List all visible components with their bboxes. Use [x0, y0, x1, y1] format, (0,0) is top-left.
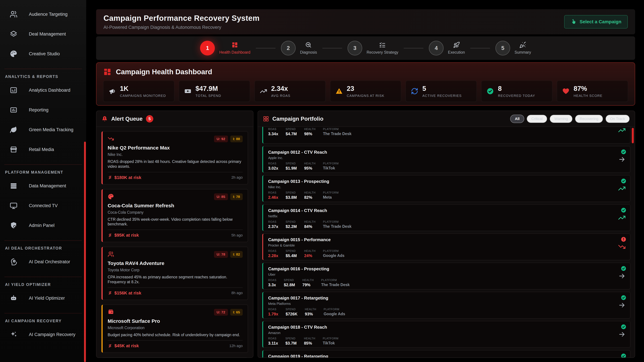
step-number: 4 [429, 41, 444, 55]
campaign-company: Netflix [268, 214, 625, 218]
step-connector [256, 48, 276, 48]
step-number: 5 [496, 41, 510, 55]
urgency-badge: U: 92 [214, 136, 228, 142]
stat-col-spend: SPEND$1.9M [286, 162, 297, 171]
campaign-row[interactable]: Campaign 0012 - CTV ReachApple Inc.ROAS3… [262, 146, 630, 173]
stat-col-spend: SPEND$726K [286, 308, 298, 317]
campaign-row[interactable]: Campaign 0019 - Retargeting [262, 350, 630, 358]
health-dashboard-title: Campaign Health Dashboard [116, 68, 212, 76]
trend-right-icon [618, 301, 626, 309]
step-execution[interactable]: 4Execution [429, 41, 465, 55]
party-icon [520, 41, 526, 48]
sidebar-item-creative-studio[interactable]: Creative Studio [0, 44, 86, 64]
campaign-row[interactable]: Campaign 0016 - ProspectingUberROAS3.3xS… [262, 263, 630, 290]
stat-label: CAMPAIGNS MONITORED [120, 94, 166, 98]
portfolio-scrollbar[interactable] [632, 128, 634, 143]
step-number: 2 [281, 41, 296, 55]
dollar-risk-icon [108, 233, 112, 238]
trend-right-icon [618, 331, 626, 338]
alert-card[interactable]: U: 68I: 71Samsung Galaxy LaunchSamsung E… [102, 357, 248, 358]
campaign-row[interactable]: Campaign 0013 - ProspectingNike Inc.ROAS… [262, 175, 630, 202]
sidebar-item-label: AI Campaign Recovery [29, 332, 76, 337]
status-icon [621, 266, 626, 271]
sidebar-item-deal-management[interactable]: Deal Management [0, 24, 86, 44]
campaign-row[interactable]: SpotifyROAS3.34xSPEND$4.7MHEALTH98%PLATF… [262, 127, 630, 144]
sidebar-item-admin-panel[interactable]: Admin Panel [0, 216, 86, 235]
status-icon [621, 324, 626, 330]
step-label: Summary [514, 50, 531, 55]
stat-card-campaigns-at-risk: 23CAMPAIGNS AT RISK [330, 80, 401, 102]
campaign-row[interactable]: Campaign 0018 - CTV ReachAmazonROAS3.11x… [262, 321, 630, 348]
sidebar-item-green-media-tracking[interactable]: Green Media Tracking [0, 120, 86, 140]
stat-value: 23 [347, 85, 384, 92]
sidebar-item-label: AI Deal Orchestrator [29, 259, 70, 265]
amount-at-risk: $45K at risk [108, 343, 139, 349]
filter-critical[interactable]: Critical [526, 115, 547, 123]
campaign-row[interactable]: Campaign 0014 - CTV ReachNetflixROAS2.37… [262, 204, 630, 231]
palette-icon [10, 50, 18, 58]
stat-label: ACTIVE RECOVERIES [422, 94, 462, 98]
impact-badge: I: 78 [230, 193, 243, 200]
stat-col-platform: PLATFORMMeta [323, 191, 339, 200]
megaphone-icon [108, 87, 116, 95]
filter-all[interactable]: All [510, 115, 524, 123]
arrow-right-icon [618, 156, 626, 163]
campaign-title: Campaign 0017 - Retargeting [268, 296, 625, 301]
stat-col-roas: ROAS3.3x [268, 279, 276, 287]
page-header: Campaign Performance Recovery System AI-… [96, 9, 635, 34]
sidebar-item-retail-media[interactable]: Retail Media [0, 140, 86, 159]
page-subtitle: AI-Powered Campaign Diagnosis & Autonomo… [104, 25, 260, 30]
campaign-company: Amazon [268, 331, 625, 335]
dashboard-icon [232, 41, 238, 48]
alert-card[interactable]: U: 78I: 82Toyota RAV4 AdventureToyota Mo… [102, 247, 248, 300]
sidebar-item-data-management[interactable]: Data Management [0, 176, 86, 196]
sidebar-item-reporting[interactable]: Reporting [0, 100, 86, 120]
urgency-badge: U: 85 [214, 193, 228, 200]
filter-warning[interactable]: Warning [550, 115, 572, 123]
campaign-row[interactable]: Campaign 0017 - RetargetingMeta Platform… [262, 292, 630, 319]
alert-card[interactable]: U: 92I: 88Nike Q2 Performance MaxNike In… [102, 131, 248, 185]
step-label: Health Dashboard [219, 50, 250, 55]
status-icon [621, 178, 626, 184]
sidebar-item-label: Audience Targeting [29, 12, 68, 17]
stat-col-roas: ROAS3.11x [268, 337, 278, 346]
divider [108, 230, 243, 230]
trending-up-icon [618, 127, 626, 134]
alert-card[interactable]: U: 85I: 78Coca-Cola Summer RefreshCoca-C… [102, 189, 248, 242]
urgency-badge: U: 72 [214, 309, 228, 316]
filter-recovering[interactable]: Recovering [575, 115, 603, 123]
sidebar-item-audience-targeting[interactable]: Audience Targeting [0, 4, 86, 24]
step-summary[interactable]: 5Summary [496, 41, 531, 55]
select-campaign-label: Select a Campaign [580, 19, 621, 24]
sidebar-item-connected-tv[interactable]: Connected TV [0, 196, 86, 216]
alert-triangle-icon [336, 87, 343, 95]
dollar-risk-icon [108, 291, 112, 295]
list-checks-icon [379, 41, 386, 48]
step-health-dashboard[interactable]: 1Health Dashboard [200, 41, 250, 55]
campaign-row[interactable]: Campaign 0015 - PerformanceProcter & Gam… [262, 233, 630, 260]
check-circle-icon [621, 207, 626, 213]
trending-up-icon [260, 87, 267, 95]
shield-icon [10, 222, 18, 229]
stat-value: 8 [498, 85, 535, 92]
select-campaign-button[interactable]: Select a Campaign [564, 15, 628, 28]
campaign-title: Campaign 0014 - CTV Reach [268, 208, 625, 213]
stat-value: 5 [422, 85, 462, 92]
stat-value: 87% [574, 85, 602, 92]
step-diagnosis[interactable]: 2Diagnosis [281, 41, 317, 55]
alert-company: Microsoft Corporation [108, 326, 243, 330]
sidebar-item-analytics-dashboard[interactable]: Analytics Dashboard [0, 80, 86, 100]
step-recovery-strategy[interactable]: 3Recovery Strategy [348, 41, 398, 55]
sidebar-item-ai-deal-orchestrator[interactable]: AI Deal Orchestrator [0, 252, 86, 272]
sidebar-section-header: AI CAMPAIGN RECOVERY [5, 319, 86, 323]
sidebar-section-header: AI DEAL ORCHESTRATOR [5, 246, 86, 251]
sidebar-item-ai-yield-optimizer[interactable]: AI Yield Optimizer [0, 288, 86, 308]
stat-col-platform: PLATFORMThe Trade Desk [323, 128, 352, 136]
alert-card[interactable]: U: 72I: 65Microsoft Surface ProMicrosoft… [102, 305, 248, 353]
sidebar-item-ai-campaign-recovery[interactable]: AI Campaign Recovery [0, 325, 86, 345]
sidebar-section-header: ANALYTICS & REPORTS [5, 74, 86, 79]
sidebar-scrollbar[interactable] [84, 142, 86, 362]
alert-description: ROAS dropped 28% in last 48 hours. Creat… [108, 159, 243, 169]
filter-on-track[interactable]: On Track [606, 115, 630, 123]
status-icon [621, 295, 626, 301]
